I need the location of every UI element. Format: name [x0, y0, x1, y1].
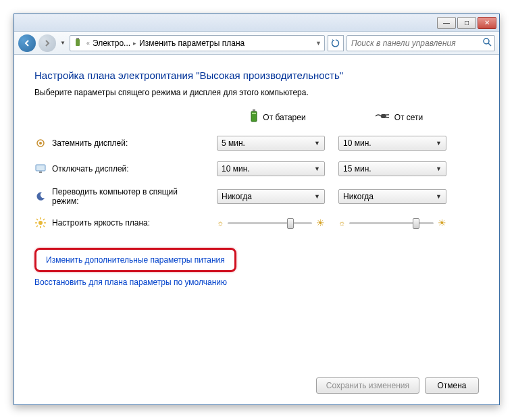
svg-rect-12 [36, 165, 45, 171]
dim-battery-combo[interactable]: 5 мин.▼ [217, 136, 325, 151]
svg-line-21 [43, 219, 45, 220]
svg-rect-13 [39, 172, 42, 173]
history-dropdown-icon[interactable]: ▼ [59, 40, 67, 46]
breadcrumb-2[interactable]: Изменить параметры плана [139, 38, 245, 48]
breadcrumb-chev: « [86, 40, 90, 47]
address-bar[interactable]: « Электро... ▸ Изменить параметры плана … [70, 35, 325, 51]
address-dropdown-icon[interactable]: ▼ [315, 40, 322, 47]
minimize-button[interactable]: — [437, 17, 456, 29]
titlebar: — □ ✕ [14, 14, 499, 32]
content-area: Настройка плана электропитания "Высокая … [14, 55, 499, 404]
footer-buttons: Сохранить изменения Отмена [316, 377, 479, 394]
back-button[interactable] [18, 34, 36, 52]
sun-max-icon: ☀ [316, 217, 325, 228]
restore-defaults-link[interactable]: Восстановить для плана параметры по умол… [34, 278, 227, 287]
plug-icon [376, 111, 390, 123]
settings-grid: От батареи От сети Затемнить дисплей: 5 … [34, 109, 479, 229]
turnoff-battery-combo[interactable]: 10 мин.▼ [217, 161, 325, 176]
dim-plugged-combo[interactable]: 10 мин.▼ [338, 136, 446, 151]
slider-thumb[interactable] [287, 218, 294, 229]
svg-rect-0 [76, 39, 80, 46]
sun-max-icon: ☀ [438, 217, 446, 228]
dim-display-row: Затемнить дисплей: [34, 137, 217, 149]
turnoff-plugged-combo[interactable]: 15 мин.▼ [338, 161, 446, 176]
page-subtitle: Выберите параметры спящего режима и дисп… [34, 88, 479, 97]
breadcrumb-sep: ▸ [133, 40, 136, 47]
brightness-row: Настроить яркость плана: [34, 217, 217, 229]
close-button[interactable]: ✕ [478, 17, 496, 29]
svg-point-14 [38, 221, 43, 225]
sleep-row: Переводить компьютер в спящий режим: [34, 187, 217, 206]
svg-line-19 [36, 219, 38, 220]
search-input[interactable] [350, 38, 482, 49]
refresh-button[interactable] [328, 35, 344, 51]
slider-track[interactable] [349, 222, 434, 224]
brightness-plugged-slider[interactable]: ☼ ☀ [338, 217, 446, 228]
dim-label: Затемнить дисплей: [52, 138, 128, 148]
turnoff-display-row: Отключать дисплей: [34, 163, 217, 175]
plugged-label: От сети [394, 113, 423, 122]
dim-icon [34, 137, 47, 149]
sleep-label: Переводить компьютер в спящий режим: [52, 187, 201, 206]
sleep-battery-combo[interactable]: Никогда▼ [217, 189, 325, 204]
turnoff-label: Отключать дисплей: [52, 164, 129, 174]
forward-button[interactable] [38, 34, 56, 52]
navigation-bar: ▼ « Электро... ▸ Изменить параметры план… [14, 32, 499, 55]
page-title: Настройка плана электропитания "Высокая … [34, 70, 479, 81]
sun-min-icon: ☼ [217, 219, 224, 227]
search-box[interactable] [346, 35, 495, 51]
battery-label: От батареи [263, 113, 305, 122]
advanced-settings-link[interactable]: Изменить дополнительные параметры питани… [46, 255, 225, 265]
highlighted-link-box: Изменить дополнительные параметры питани… [34, 248, 236, 272]
slider-thumb[interactable] [413, 218, 419, 229]
svg-line-22 [36, 226, 38, 227]
battery-column-header: От батареи [217, 109, 338, 125]
svg-rect-5 [253, 109, 255, 111]
sun-min-icon: ☼ [338, 219, 345, 227]
brightness-icon [34, 217, 47, 229]
svg-line-3 [488, 43, 491, 46]
slider-track[interactable] [228, 222, 312, 224]
search-icon[interactable] [482, 37, 492, 49]
svg-rect-6 [252, 113, 256, 114]
cancel-button[interactable]: Отмена [425, 377, 479, 394]
breadcrumb-1[interactable]: Электро... [93, 38, 130, 48]
svg-rect-7 [381, 114, 386, 118]
plugged-column-header: От сети [338, 111, 460, 123]
svg-point-2 [484, 38, 489, 44]
svg-point-11 [39, 142, 42, 145]
links-section: Изменить дополнительные параметры питани… [34, 248, 479, 287]
moon-icon [34, 190, 47, 203]
save-button[interactable]: Сохранить изменения [316, 377, 419, 394]
brightness-label: Настроить яркость плана: [52, 218, 150, 228]
brightness-battery-slider[interactable]: ☼ ☀ [217, 217, 325, 228]
monitor-icon [34, 163, 47, 175]
control-panel-window: — □ ✕ ▼ « Электро... ▸ Изменить параметр… [14, 14, 500, 405]
sleep-plugged-combo[interactable]: Никогда▼ [338, 189, 446, 204]
svg-rect-1 [76, 38, 79, 39]
maximize-button[interactable]: □ [457, 17, 476, 29]
svg-line-20 [43, 226, 45, 227]
battery-icon [249, 109, 259, 125]
power-options-icon [73, 38, 84, 49]
